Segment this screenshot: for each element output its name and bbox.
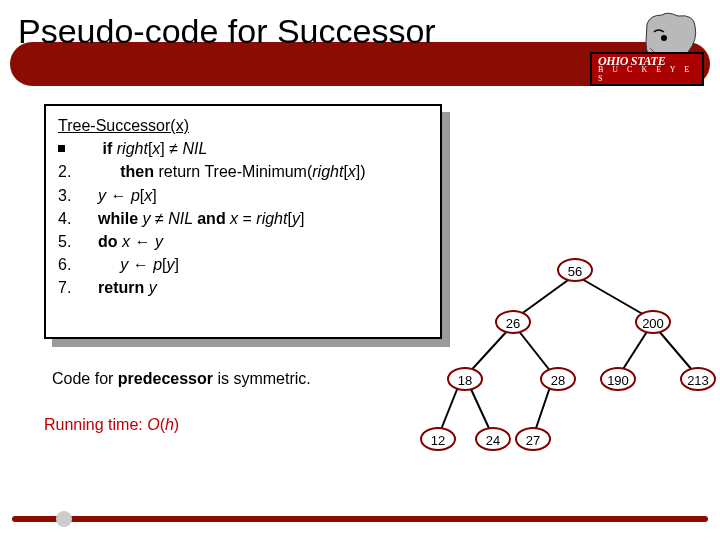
footer-bullet-icon (56, 511, 72, 527)
tree-node-56: 56 (557, 258, 593, 282)
tree-node-190: 190 (600, 367, 636, 391)
code-line-3: 3. y ← p[x] (58, 184, 428, 207)
logo-bottom-text: B U C K E Y E S (598, 65, 702, 83)
running-time-note: Running time: O(h) (44, 416, 179, 434)
code-line-6: 6. y ← p[y] (58, 253, 428, 276)
tree-node-24: 24 (475, 427, 511, 451)
tree-node-26: 26 (495, 310, 531, 334)
code-line-4: 4. while y ≠ NIL and x = right[y] (58, 207, 428, 230)
tree-node-12: 12 (420, 427, 456, 451)
tree-node-213: 213 (680, 367, 716, 391)
footer-line (12, 516, 708, 522)
bst-diagram: 56 26 200 18 28 190 213 12 24 27 (400, 255, 720, 490)
code-line-7: 7. return y (58, 276, 428, 299)
logo-text-box: OHIO STATE B U C K E Y E S (590, 52, 704, 86)
code-line-2: 2. then return Tree-Minimum(right[x]) (58, 160, 428, 183)
function-name: Tree-Successor(x) (58, 117, 189, 134)
bullet-icon (58, 145, 65, 152)
svg-point-0 (661, 35, 667, 41)
code-line-5: 5. do x ← y (58, 230, 428, 253)
ohio-state-logo: OHIO STATE B U C K E Y E S (590, 10, 700, 88)
code-line-1: if right[x] ≠ NIL (58, 137, 428, 160)
page-title: Pseudo-code for Successor (18, 12, 436, 51)
tree-node-27: 27 (515, 427, 551, 451)
tree-node-200: 200 (635, 310, 671, 334)
tree-node-28: 28 (540, 367, 576, 391)
predecessor-note: Code for predecessor is symmetric. (52, 370, 311, 388)
pseudocode-box: Tree-Successor(x) if right[x] ≠ NIL 2. t… (44, 104, 442, 339)
tree-node-18: 18 (447, 367, 483, 391)
